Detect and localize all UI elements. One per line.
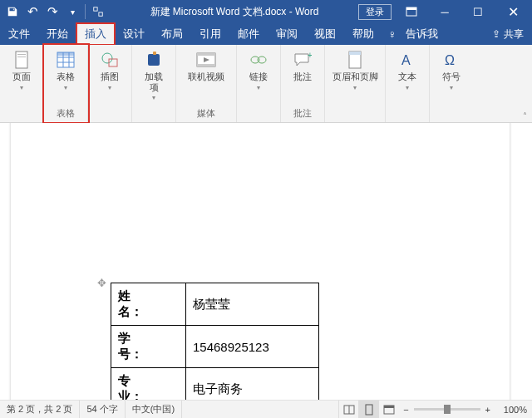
group-pages: 页面 ▾ [0, 45, 44, 122]
redo-icon[interactable]: ↷ [43, 2, 62, 21]
svg-rect-6 [17, 57, 26, 57]
group-illustrations-label [108, 108, 111, 122]
group-text-label [406, 108, 408, 122]
document-area[interactable]: ✥ 姓 名： 杨莹莹 学 号： 15468925123 专 业： 电子商务 所在… [0, 123, 532, 402]
tab-help[interactable]: 帮助 [344, 23, 382, 45]
tab-layout[interactable]: 布局 [153, 23, 191, 45]
addins-button[interactable]: 加载 项 ▾ [135, 47, 172, 101]
tab-file[interactable]: 文件 [0, 23, 38, 45]
shapes-icon [100, 50, 120, 70]
svg-rect-32 [384, 406, 394, 408]
undo-icon[interactable]: ↶ [23, 2, 42, 21]
cell-label[interactable]: 姓 名： [111, 283, 186, 326]
zoom-slider[interactable] [414, 408, 480, 411]
video-icon [196, 50, 216, 70]
tab-mailings[interactable]: 邮件 [229, 23, 268, 45]
cell-value[interactable]: 杨莹莹 [186, 283, 319, 326]
tab-tell-me[interactable]: 告诉我 [402, 23, 441, 45]
cell-value[interactable]: 电子商务 [186, 368, 319, 403]
tab-home[interactable]: 开始 [38, 23, 76, 45]
table-icon [56, 50, 76, 70]
table-row[interactable]: 学 号： 15468925123 [111, 326, 319, 368]
tab-references[interactable]: 引用 [191, 23, 229, 45]
cell-label[interactable]: 专 业： [111, 368, 186, 403]
chevron-down-icon: ▾ [152, 94, 155, 101]
group-illustrations: 插图 ▾ [88, 45, 132, 122]
status-page[interactable]: 第 2 页，共 2 页 [0, 401, 80, 418]
ribbon-display-options-icon[interactable] [395, 0, 428, 23]
qat-separator [85, 4, 86, 19]
pages-label: 页面 [12, 71, 31, 82]
zoom-out-button[interactable]: − [403, 405, 408, 415]
table-row[interactable]: 专 业： 电子商务 [111, 368, 319, 403]
window-title: 新建 Microsoft Word 文档.docx - Word [111, 5, 358, 19]
svg-text:A: A [401, 53, 411, 67]
svg-rect-15 [148, 54, 160, 66]
group-symbols: Ω 符号 ▾ [430, 45, 473, 122]
group-symbols-label [450, 108, 452, 122]
collapse-ribbon-icon[interactable]: ˄ [523, 111, 527, 120]
text-button[interactable]: A 文本 ▾ [389, 47, 426, 91]
svg-rect-16 [153, 52, 156, 55]
tab-view[interactable]: 视图 [306, 23, 344, 45]
pages-button[interactable]: 页面 ▾ [3, 47, 40, 91]
illustrations-button[interactable]: 插图 ▾ [91, 47, 128, 91]
link-icon [249, 50, 268, 70]
close-button[interactable]: ✕ [495, 0, 532, 23]
group-text: A 文本 ▾ [386, 45, 430, 122]
header-footer-icon [345, 50, 365, 70]
svg-rect-30 [366, 405, 372, 415]
share-button[interactable]: ⇪ 共享 [484, 23, 532, 45]
minimize-button[interactable]: ─ [428, 0, 461, 23]
read-mode-icon[interactable] [338, 401, 358, 419]
status-language[interactable]: 中文(中国) [126, 401, 182, 418]
svg-rect-1 [99, 12, 102, 16]
addins-icon [144, 50, 164, 70]
table-row[interactable]: 姓 名： 杨莹莹 [111, 283, 319, 326]
status-bar: 第 2 页，共 2 页 54 个字 中文(中国) − + 100% [0, 400, 532, 418]
svg-text:+: + [308, 52, 312, 60]
header-footer-button[interactable]: 页眉和页脚 ▾ [328, 47, 382, 91]
table-anchor-icon[interactable]: ✥ [97, 277, 106, 289]
cell-value[interactable]: 15468925123 [186, 326, 319, 368]
symbol-icon: Ω [441, 50, 461, 70]
comment-button[interactable]: + 批注 [284, 47, 321, 82]
online-video-button[interactable]: 联机视频 [180, 47, 233, 82]
svg-rect-18 [197, 53, 215, 56]
chevron-down-icon: ▾ [64, 84, 67, 91]
zoom-in-button[interactable]: + [485, 405, 490, 415]
web-layout-icon[interactable] [378, 401, 398, 419]
svg-rect-5 [17, 54, 26, 55]
group-tables-label: 表格 [57, 106, 75, 122]
save-icon[interactable] [3, 2, 22, 21]
svg-rect-0 [94, 7, 97, 11]
cell-label[interactable]: 学 号： [111, 326, 186, 368]
table-button[interactable]: 表格 ▾ [47, 47, 84, 91]
ribbon-tabs: 文件 开始 插入 设计 布局 引用 邮件 审阅 视图 帮助 ♀ 告诉我 ⇪ 共享 [0, 23, 532, 45]
chevron-down-icon: ▾ [450, 84, 453, 91]
status-word-count[interactable]: 54 个字 [80, 401, 125, 418]
tab-design[interactable]: 设计 [115, 23, 153, 45]
chevron-down-icon: ▾ [257, 84, 260, 91]
text-icon: A [397, 50, 417, 70]
tell-me-icon[interactable]: ♀ [382, 23, 402, 45]
touch-mode-icon[interactable] [89, 2, 107, 21]
symbol-label: 符号 [442, 71, 461, 82]
zoom-level[interactable]: 100% [495, 405, 527, 415]
links-button[interactable]: 链接 ▾ [240, 47, 277, 91]
share-label: 共享 [504, 27, 524, 42]
title-bar: ↶ ↷ ▾ 新建 Microsoft Word 文档.docx - Word 登… [0, 0, 532, 23]
tab-insert[interactable]: 插入 [76, 23, 115, 45]
print-layout-icon[interactable] [358, 401, 378, 419]
window-controls: 登录 ─ ☐ ✕ [358, 0, 532, 23]
page[interactable]: ✥ 姓 名： 杨莹莹 学 号： 15468925123 专 业： 电子商务 所在… [11, 123, 510, 402]
tab-review[interactable]: 审阅 [268, 23, 306, 45]
qat-customize-icon[interactable]: ▾ [63, 2, 81, 21]
document-table[interactable]: 姓 名： 杨莹莹 学 号： 15468925123 专 业： 电子商务 所在院系… [111, 283, 319, 402]
symbol-button[interactable]: Ω 符号 ▾ [433, 47, 470, 91]
maximize-button[interactable]: ☐ [461, 0, 495, 23]
online-video-label: 联机视频 [188, 71, 224, 82]
group-media: 联机视频 媒体 [176, 45, 237, 122]
group-comments-label: 批注 [293, 106, 312, 122]
login-button[interactable]: 登录 [358, 4, 392, 20]
